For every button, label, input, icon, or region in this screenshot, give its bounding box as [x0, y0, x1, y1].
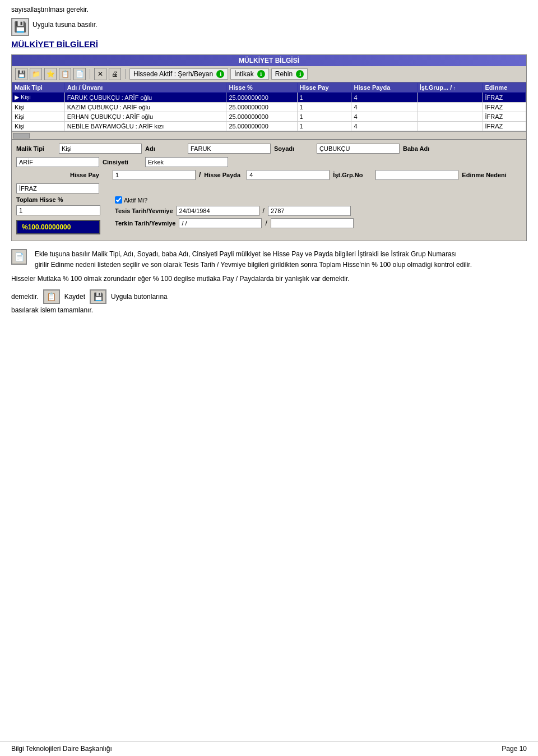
cell-malik-tipi: Kişi	[15, 113, 25, 120]
hisse-payda-label: Hisse Payda	[204, 172, 243, 178]
save-icon: 💾	[11, 18, 29, 36]
table-cell: 25.000000000	[226, 103, 297, 112]
col-malik-tipi: Malik Tipi	[12, 83, 65, 93]
toolbar-folder-btn[interactable]: 📁	[30, 68, 42, 80]
table-cell: 4	[351, 122, 417, 131]
table-cell: İFRAZ	[483, 93, 526, 103]
demektir-text: demektir.	[11, 293, 39, 301]
soyadi-field[interactable]	[317, 144, 400, 154]
aktif-mi-row: Aktif Mi?	[115, 196, 354, 204]
row-arrow: Kişi	[12, 122, 65, 131]
cell-malik-tipi: Kişi	[15, 104, 25, 110]
tesis-yevmiye-field[interactable]	[268, 206, 351, 216]
toolbar-save-btn[interactable]: 💾	[15, 68, 27, 80]
selected-arrow: ▶	[15, 94, 21, 100]
ist-grp-no-field[interactable]	[375, 170, 458, 180]
info-text1: Ekle tuşuna basılır Malik Tipi, Adı, Soy…	[35, 250, 457, 258]
hisse-payda-field[interactable]	[247, 170, 330, 180]
table-row[interactable]: KişiNEBİLE BAYRAMOĞLU : ARİF kızı25.0000…	[12, 122, 526, 131]
table-cell: NEBİLE BAYRAMOĞLU : ARİF kızı	[64, 122, 226, 131]
rehin-badge[interactable]: ℹ	[296, 70, 304, 78]
ist-grp-no-label: İşt.Grp.No	[333, 172, 372, 178]
table-cell: KAZIM ÇUBUKÇU : ARİF oğlu	[64, 103, 226, 112]
detail-form: Malik Tipi Adı Soyadı Baba Adı Cinsiyeti…	[12, 139, 526, 241]
toolbar-close-btn[interactable]: ✕	[94, 68, 106, 80]
col-adi-unvani: Adı / Ünvanı	[64, 83, 226, 93]
table-cell: 25.000000000	[226, 122, 297, 131]
hissede-aktif-badge[interactable]: ℹ	[216, 70, 224, 78]
uygula-icon-btn[interactable]: 💾	[90, 289, 106, 304]
toolbar-paste-btn[interactable]: 📄	[73, 68, 86, 80]
kaydet-icon-btn[interactable]: 📋	[43, 289, 60, 304]
uygula-label: Uygula butonlarına	[111, 293, 168, 301]
toolbar-print-btn[interactable]: 🖨	[109, 68, 121, 80]
table-cell	[417, 112, 483, 122]
intikak-badge[interactable]: ℹ	[257, 70, 265, 78]
edinme-nedeni-label: Edinme Nedeni	[462, 172, 506, 178]
hscroll-area[interactable]	[12, 131, 526, 139]
table-header-row: Malik Tipi Adı / Ünvanı Hisse % Hisse Pa…	[12, 83, 526, 93]
col-ist-grup: İşt.Grup... /	[417, 83, 483, 93]
cell-malik-tipi: Kişi	[21, 94, 31, 100]
toplam-hisse-box: %100.00000000	[16, 220, 100, 234]
baba-adi-field[interactable]	[16, 157, 99, 167]
hscroll-bar[interactable]	[13, 133, 30, 139]
toolbar-star-btn[interactable]: ⭐	[44, 68, 57, 80]
table-row[interactable]: KişiERHAN ÇUBUKÇU : ARİF oğlu25.00000000…	[12, 112, 526, 122]
table-cell: 1	[297, 112, 351, 122]
divider1	[90, 69, 90, 79]
cinsiyeti-field[interactable]	[145, 157, 228, 167]
table-cell: 4	[351, 93, 417, 103]
tesis-sep1: /	[263, 207, 265, 215]
table-cell: 4	[351, 103, 417, 112]
window-toolbar: 💾 📁 ⭐ 📋 📄 ✕ 🖨 Hissede Aktif : Şerh/Beyan…	[12, 66, 526, 82]
table-cell	[417, 103, 483, 112]
info-icon: 📄	[11, 249, 27, 265]
cell-malik-tipi: Kişi	[15, 123, 25, 130]
edinme-nedeni-field[interactable]	[16, 183, 99, 193]
col-hisse-pay: Hisse Pay	[297, 83, 351, 93]
tamamlandi-text: basılarak islem tamamlanır.	[11, 306, 527, 314]
hissede-aktif-label: Hissede Aktif : Şerh/Beyan	[133, 70, 213, 78]
malik-tipi-field[interactable]	[59, 144, 142, 154]
rehin-label: Rehin	[275, 70, 293, 78]
mulkiyet-window: MÜLKİYET BİLGİSİ 💾 📁 ⭐ 📋 📄 ✕ 🖨 Hissede A…	[11, 54, 527, 241]
adi-label: Adı	[145, 145, 184, 152]
table-cell: 1	[297, 93, 351, 103]
rehin-section: Rehin ℹ	[271, 68, 308, 80]
table-cell: İFRAZ	[483, 122, 526, 131]
table-row[interactable]: ▶ KişiFARUK ÇUBUKÇU : ARİF oğlu25.000000…	[12, 93, 526, 103]
table-cell: İFRAZ	[483, 112, 526, 122]
toplam-hisse-label: Toplam Hisse %	[16, 196, 100, 203]
table-cell: 4	[351, 112, 417, 122]
aktif-mi-checkbox[interactable]	[115, 196, 122, 204]
bottom-actions: demektir. 📋 Kaydet 💾 Uygula butonlarına	[11, 289, 527, 304]
col-edinme: Edinme	[483, 83, 526, 93]
table-row[interactable]: KişiKAZIM ÇUBUKÇU : ARİF oğlu25.00000000…	[12, 103, 526, 112]
row-arrow: ▶ Kişi	[12, 93, 65, 103]
adi-field[interactable]	[188, 144, 271, 154]
warning-text: Hisseler Mutlaka % 100 olmak zorundadır …	[11, 274, 527, 284]
aktif-mi-label: Aktif Mi?	[124, 197, 147, 204]
table-cell: 1	[297, 103, 351, 112]
divider2	[125, 69, 126, 79]
info-text2: girilir Edinme nedeni listeden seçilir v…	[35, 261, 472, 269]
tesis-tarih-field[interactable]	[177, 206, 259, 216]
toplam-hisse-val-field[interactable]	[16, 205, 100, 215]
intikak-section: İntikak ℹ	[230, 68, 269, 80]
table-cell: FARUK ÇUBUKÇU : ARİF oğlu	[64, 93, 226, 103]
toolbar-copy-btn[interactable]: 📋	[59, 68, 71, 80]
table-cell: 25.000000000	[226, 112, 297, 122]
malik-table: Malik Tipi Adı / Ünvanı Hisse % Hisse Pa…	[12, 82, 526, 131]
terkin-yevmiye-field[interactable]	[271, 218, 354, 228]
intro-text2: Uygula tusuna basılır.	[33, 21, 97, 29]
terkin-tarih-field[interactable]	[179, 218, 262, 228]
intro-text1: sayısallaştırılması gerekir.	[11, 6, 527, 13]
terkin-tarih-label: Terkin Tarih/Yevmiye	[115, 220, 175, 227]
hisse-pay-label: Hisse Pay	[70, 172, 109, 178]
hisse-separator: /	[199, 171, 201, 179]
table-cell	[417, 93, 483, 103]
soyadi-label: Soyadı	[274, 145, 313, 152]
hisse-pay-field[interactable]	[113, 170, 196, 180]
intikak-label: İntikak	[234, 70, 254, 78]
